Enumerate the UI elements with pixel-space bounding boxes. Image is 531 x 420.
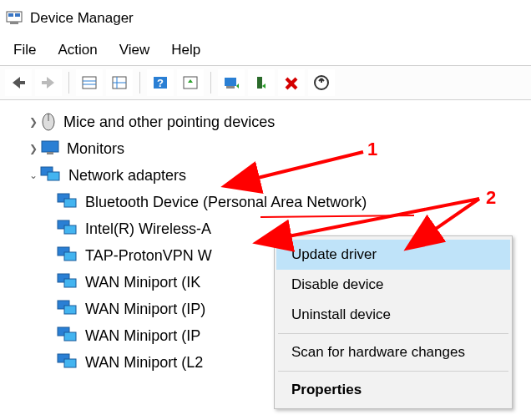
svg-rect-1 — [8, 13, 13, 17]
ctx-uninstall-device[interactable]: Uninstall device — [276, 300, 510, 330]
svg-rect-36 — [64, 306, 76, 314]
svg-rect-28 — [64, 199, 76, 207]
properties-button[interactable] — [308, 69, 335, 96]
network-adapter-icon — [57, 352, 78, 373]
menu-view[interactable]: View — [116, 40, 154, 60]
network-adapter-icon — [57, 192, 78, 213]
svg-rect-24 — [47, 152, 53, 154]
svg-text:?: ? — [157, 77, 164, 89]
svg-rect-15 — [225, 78, 236, 86]
ctx-disable-device[interactable]: Disable device — [276, 270, 510, 300]
device-manager-window: Device Manager File Action View Help ? ❯… — [0, 0, 531, 420]
menu-action[interactable]: Action — [54, 40, 100, 60]
svg-rect-5 — [42, 81, 48, 84]
detail-view-button[interactable] — [76, 69, 103, 96]
mouse-icon — [40, 111, 57, 134]
tree-label: WAN Miniport (IP) — [85, 301, 205, 318]
devmgr-icon — [5, 8, 23, 29]
tree-label: Monitors — [67, 140, 124, 158]
tree-label: WAN Miniport (IK — [85, 274, 200, 291]
title-bar: Device Manager — [0, 0, 531, 37]
back-button[interactable] — [5, 69, 32, 96]
svg-rect-23 — [42, 141, 58, 152]
network-adapter-icon — [57, 299, 78, 320]
disable-button[interactable] — [278, 69, 305, 96]
expand-icon[interactable]: ❯ — [27, 116, 40, 128]
help-button[interactable]: ? — [147, 69, 174, 96]
list-view-button[interactable] — [106, 69, 133, 96]
svg-rect-16 — [226, 86, 235, 89]
toolbar-sep — [139, 72, 140, 94]
toolbar: ? — [0, 65, 531, 100]
ctx-properties[interactable]: Properties — [276, 375, 510, 405]
svg-rect-38 — [64, 332, 76, 341]
menu-bar: File Action View Help — [0, 37, 531, 65]
update-driver-button[interactable] — [218, 69, 245, 96]
tree-label: TAP-ProtonVPN W — [85, 247, 212, 265]
network-adapter-icon — [57, 326, 78, 347]
annotation-1: 1 — [367, 139, 377, 160]
svg-rect-3 — [10, 22, 18, 24]
refresh-button[interactable] — [177, 69, 204, 96]
forward-button[interactable] — [35, 69, 62, 96]
svg-rect-6 — [83, 77, 96, 89]
svg-rect-34 — [64, 279, 76, 287]
network-adapter-icon — [57, 219, 78, 240]
ctx-separator — [278, 333, 508, 334]
expand-icon[interactable]: ❯ — [27, 143, 40, 154]
svg-rect-32 — [64, 252, 76, 261]
tree-label: Bluetooth Device (Personal Area Network) — [85, 194, 367, 211]
tree-item-network[interactable]: ⌄ Network adapters — [7, 162, 524, 189]
svg-rect-2 — [15, 13, 20, 17]
network-adapter-icon — [57, 245, 78, 266]
toolbar-sep — [210, 72, 211, 94]
monitor-icon — [40, 139, 60, 159]
menu-file[interactable]: File — [10, 40, 39, 60]
svg-rect-26 — [48, 172, 59, 180]
uninstall-button[interactable] — [248, 69, 275, 96]
menu-help[interactable]: Help — [168, 40, 204, 60]
svg-rect-4 — [19, 81, 25, 84]
tree-item-monitors[interactable]: ❯ Monitors — [7, 135, 524, 162]
svg-rect-17 — [257, 77, 262, 89]
svg-rect-30 — [64, 225, 76, 234]
tree-label: Network adapters — [68, 167, 186, 185]
tree-item-bluetooth[interactable]: Bluetooth Device (Personal Area Network) — [7, 189, 524, 215]
collapse-icon[interactable]: ⌄ — [27, 170, 40, 181]
network-icon — [40, 165, 62, 186]
svg-rect-40 — [64, 359, 76, 367]
ctx-scan-hardware[interactable]: Scan for hardware changes — [276, 337, 510, 367]
toolbar-sep — [68, 72, 69, 94]
tree-label: WAN Miniport (IP — [85, 327, 200, 345]
ctx-separator — [278, 371, 508, 372]
ctx-update-driver[interactable]: Update driver — [276, 240, 510, 270]
tree-label: WAN Miniport (L2 — [85, 354, 203, 372]
network-adapter-icon — [57, 272, 78, 293]
tree-item-mice[interactable]: ❯ Mice and other pointing devices — [7, 109, 524, 135]
context-menu: Update driver Disable device Uninstall d… — [274, 235, 513, 409]
tree-label: Intel(R) Wireless-A — [85, 220, 211, 238]
tree-label: Mice and other pointing devices — [63, 114, 275, 131]
window-title: Device Manager — [30, 10, 134, 27]
annotation-2: 2 — [486, 187, 496, 209]
